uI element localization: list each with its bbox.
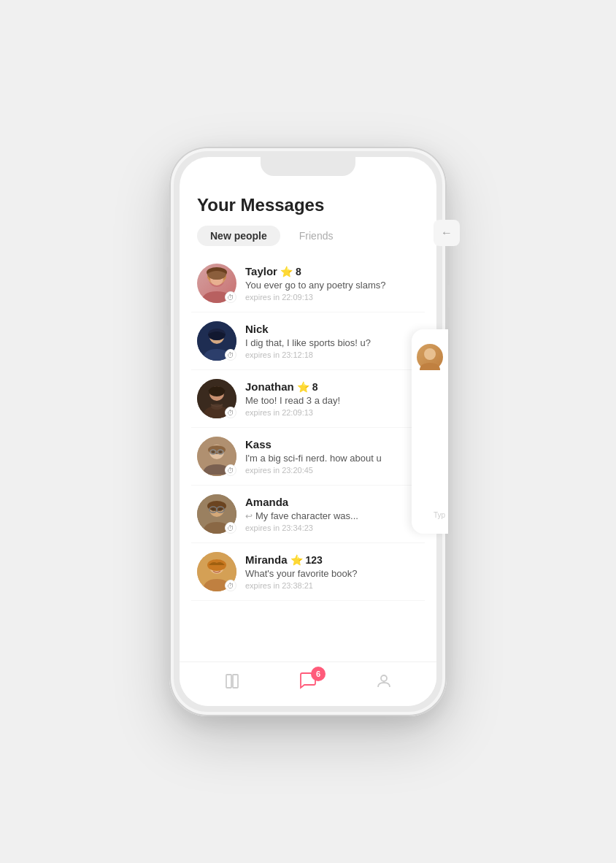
svg-rect-31 (233, 675, 238, 688)
messages-list: ⏱ Taylor ⭐ 8 You ever go to any poetry s… (180, 255, 436, 661)
svg-point-17 (219, 450, 222, 453)
message-name: Taylor (245, 265, 277, 277)
message-score: 123 (306, 554, 323, 566)
message-name: Kass (245, 438, 272, 450)
list-item[interactable]: ⏱ Kass I'm a big sci-fi nerd. how about … (191, 428, 425, 486)
message-name: Nick (245, 323, 269, 335)
message-expires: expires in 23:12:18 (245, 350, 419, 359)
message-body: Amanda ↩ My fave character was... expire… (245, 496, 419, 532)
back-button[interactable]: ← (434, 220, 460, 246)
message-name-row: Nick (245, 323, 419, 335)
star-icon: ⭐ (280, 266, 293, 277)
svg-point-16 (212, 450, 215, 453)
message-body: Taylor ⭐ 8 You ever go to any poetry sla… (245, 265, 419, 302)
peek-avatar (417, 344, 443, 370)
message-body: Jonathan ⭐ 8 Me too! I read 3 a day! exp… (245, 380, 419, 417)
message-expires: expires in 22:09:13 (245, 293, 419, 302)
timer-icon: ⏱ (225, 522, 236, 534)
message-preview: You ever go to any poetry slams? (245, 280, 419, 291)
message-preview: Me too! I read 3 a day! (245, 395, 419, 406)
nav-item-chat[interactable]: 6 (298, 671, 318, 691)
message-score: 8 (296, 266, 301, 277)
message-expires: expires in 23:38:21 (245, 581, 419, 590)
message-preview: ↩ My fave character was... (245, 510, 419, 521)
avatar-wrap: ⏱ (197, 379, 236, 418)
svg-rect-30 (226, 675, 231, 688)
books-icon (222, 671, 242, 691)
notch (261, 157, 355, 176)
list-item[interactable]: ⏱ Taylor ⭐ 8 You ever go to any poetry s… (191, 255, 425, 312)
person-icon (374, 671, 394, 691)
star-icon: ⭐ (297, 381, 309, 393)
message-body: Miranda ⭐ 123 What's your favorite book?… (245, 553, 419, 590)
list-item[interactable]: ⏱ Amanda ↩ My fave character was... expi… (191, 486, 425, 543)
page-title: Your Messages (197, 195, 419, 215)
phone-screen: Your Messages New people Friends (180, 157, 436, 706)
peek-type-label: Typ (434, 511, 445, 519)
timer-icon: ⏱ (225, 580, 236, 591)
message-expires: expires in 23:20:45 (245, 466, 419, 475)
message-preview: I dig that, I like sports bios! u? (245, 337, 419, 348)
svg-point-23 (212, 508, 215, 512)
message-score: 8 (312, 381, 318, 393)
tabs: New people Friends (197, 226, 419, 246)
timer-icon: ⏱ (225, 349, 236, 361)
svg-point-33 (424, 348, 436, 360)
svg-point-24 (219, 508, 223, 512)
message-preview: I'm a big sci-fi nerd. how about u (245, 453, 419, 464)
avatar-wrap: ⏱ (197, 494, 236, 534)
chat-badge: 6 (311, 667, 326, 681)
message-name-row: Taylor ⭐ 8 (245, 265, 419, 277)
avatar-wrap: ⏱ (197, 321, 236, 361)
message-expires: expires in 23:34:23 (245, 523, 419, 532)
reply-icon: ↩ (245, 511, 253, 521)
message-name-row: Jonathan ⭐ 8 (245, 380, 419, 393)
timer-icon: ⏱ (225, 291, 236, 303)
list-item[interactable]: ⏱ Jonathan ⭐ 8 Me too! I read 3 a day! e… (191, 370, 425, 428)
bottom-nav: 6 (180, 661, 436, 706)
header: Your Messages New people Friends (180, 183, 436, 255)
message-expires: expires in 22:09:13 (245, 408, 419, 417)
phone-wrapper: Your Messages New people Friends (169, 147, 447, 716)
tab-new-people[interactable]: New people (197, 226, 280, 246)
phone-frame: Your Messages New people Friends (169, 147, 447, 716)
avatar-wrap: ⏱ (197, 264, 236, 303)
nav-item-books[interactable] (222, 671, 242, 691)
star-icon: ⭐ (290, 554, 303, 566)
peek-chat-panel: Typ (412, 329, 448, 534)
message-name: Jonathan (245, 380, 294, 393)
avatar-wrap: ⏱ (197, 552, 236, 591)
message-name-row: Amanda (245, 496, 419, 508)
screen-content: Your Messages New people Friends (180, 157, 436, 706)
timer-icon: ⏱ (225, 407, 236, 418)
list-item[interactable]: ⏱ Miranda ⭐ 123 What's your favorite boo… (191, 543, 425, 601)
timer-icon: ⏱ (225, 464, 236, 476)
message-name-row: Miranda ⭐ 123 (245, 553, 419, 566)
message-name: Miranda (245, 553, 288, 566)
message-body: Nick I dig that, I like sports bios! u? … (245, 323, 419, 359)
nav-item-person[interactable] (374, 671, 394, 691)
message-name: Amanda (245, 496, 288, 508)
avatar-wrap: ⏱ (197, 437, 236, 476)
message-name-row: Kass (245, 438, 419, 450)
message-body: Kass I'm a big sci-fi nerd. how about u … (245, 438, 419, 475)
message-preview: What's your favorite book? (245, 568, 419, 579)
tab-friends[interactable]: Friends (286, 226, 347, 246)
svg-point-32 (381, 675, 387, 681)
list-item[interactable]: ⏱ Nick I dig that, I like sports bios! u… (191, 312, 425, 370)
